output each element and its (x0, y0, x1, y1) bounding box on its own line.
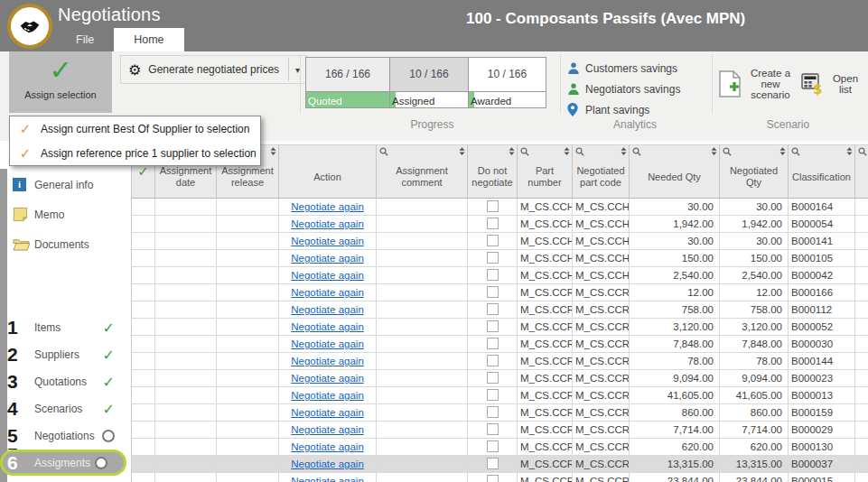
negotiate-again-link[interactable]: Negotiate again (291, 390, 364, 401)
sidebar-step-suppliers[interactable]: 2Suppliers✓ (0, 341, 131, 368)
table-row[interactable]: Negotiate againM_CS.CCH2M_CS.CCH21,942.0… (132, 216, 868, 233)
table-row[interactable]: Negotiate againM_CS.CCR1M_CS.CCR17,714.0… (132, 422, 868, 439)
sort-icon[interactable] (846, 147, 853, 155)
row-select-cell[interactable] (132, 250, 155, 266)
row-select-cell[interactable] (132, 353, 155, 369)
negotiate-again-link[interactable]: Negotiate again (291, 201, 364, 212)
do-not-negotiate-checkbox[interactable] (487, 303, 499, 315)
do-not-negotiate-checkbox[interactable] (487, 320, 499, 332)
row-select-cell[interactable] (132, 319, 155, 335)
do-not-negotiate-checkbox[interactable] (487, 372, 499, 384)
negotiate-again-link[interactable]: Negotiate again (291, 459, 364, 469)
do-not-negotiate-checkbox[interactable] (487, 286, 499, 298)
select-all-check-icon[interactable]: ✓ (137, 166, 149, 178)
negotiate-again-link[interactable]: Negotiate again (291, 253, 364, 264)
column-header-do-not-negotiate[interactable]: Do not negotiate (468, 144, 518, 199)
sort-icon[interactable] (270, 147, 276, 155)
row-select-cell[interactable] (132, 284, 155, 301)
sidebar-step-scenarios[interactable]: 4Scenarios✓ (0, 395, 131, 422)
progress-stat-awarded[interactable]: 10 / 166Awarded (468, 57, 546, 108)
row-select-cell[interactable] (132, 233, 155, 249)
negotiate-again-link[interactable]: Negotiate again (291, 373, 364, 384)
column-header-assignment-comment[interactable]: Assignment comment (377, 144, 468, 199)
negotiate-again-link[interactable]: Negotiate again (291, 424, 364, 435)
column-header-negotiated-qty[interactable]: Negotiated Qty (720, 144, 789, 199)
row-select-cell[interactable] (132, 473, 155, 482)
column-header-extra[interactable] (855, 144, 868, 199)
negotiate-again-link[interactable]: Negotiate again (291, 304, 364, 315)
table-row[interactable]: Negotiate againM_CS.CCR1M_CS.CCR178.0078… (132, 353, 868, 370)
create-new-scenario-button[interactable]: Create a new scenario (718, 54, 794, 114)
analytics-item-customers-savings[interactable]: Customers savings (567, 58, 680, 79)
do-not-negotiate-checkbox[interactable] (487, 423, 499, 435)
sort-icon[interactable] (509, 147, 515, 155)
negotiate-again-link[interactable]: Negotiate again (291, 356, 364, 366)
row-select-cell[interactable] (132, 216, 155, 232)
search-filter-icon[interactable] (791, 147, 800, 156)
search-filter-icon[interactable] (858, 147, 867, 156)
table-row[interactable]: Negotiate againM_CS.CCH4M_CS.CCH4150.001… (132, 250, 868, 267)
sidebar-item-general-info[interactable]: iGeneral info (0, 170, 131, 199)
negotiate-again-link[interactable]: Negotiate again (291, 270, 364, 281)
negotiate-again-link[interactable]: Negotiate again (291, 218, 364, 229)
negotiate-again-link[interactable]: Negotiate again (291, 476, 364, 482)
column-header-part-number[interactable]: Part number (518, 144, 573, 199)
sidebar-step-items[interactable]: 1Items✓ (0, 314, 131, 341)
do-not-negotiate-checkbox[interactable] (487, 440, 499, 452)
row-select-cell[interactable] (132, 370, 155, 386)
column-header-action[interactable]: Action (279, 144, 377, 199)
row-select-cell[interactable] (132, 387, 155, 403)
negotiate-again-link[interactable]: Negotiate again (291, 321, 364, 332)
row-select-cell[interactable] (132, 267, 155, 283)
do-not-negotiate-checkbox[interactable] (487, 338, 499, 349)
negotiate-again-link[interactable]: Negotiate again (291, 338, 364, 349)
open-list-button[interactable]: $ Open list (800, 54, 862, 114)
row-select-cell[interactable] (132, 422, 155, 438)
sort-icon[interactable] (459, 147, 465, 155)
progress-stat-quoted[interactable]: 166 / 166Quoted (305, 57, 390, 108)
search-filter-icon[interactable] (379, 147, 388, 156)
column-header-needed-qty[interactable]: Needed Qty (630, 144, 720, 199)
search-filter-icon[interactable] (520, 147, 529, 156)
table-row[interactable]: Negotiate againM_CS.CCR0M_CS.CCR0758.007… (132, 301, 868, 319)
negotiate-again-link[interactable]: Negotiate again (291, 407, 364, 418)
sidebar-step-quotations[interactable]: 3Quotations✓ (0, 368, 131, 395)
negotiate-again-link[interactable]: Negotiate again (291, 236, 364, 246)
table-row[interactable]: Negotiate againM_CS.CCR1M_CS.CCR13,120.0… (132, 319, 868, 336)
sidebar-item-documents[interactable]: Documents (0, 229, 131, 259)
table-row[interactable]: Negotiate againM_CS.CCR1M_CS.CCR113,315.… (132, 456, 868, 473)
menu-item-assign-reference-price-1-supplier-to-sel[interactable]: ✓Assign reference price 1 supplier to se… (10, 141, 260, 165)
menu-item-assign-current-best-of-supplier-to-selec[interactable]: ✓Assign current Best Of Supplier to sele… (10, 116, 260, 141)
row-select-cell[interactable] (132, 404, 155, 421)
sidebar-step-negotiations[interactable]: 5Negotiations (0, 422, 131, 450)
assign-selection-button[interactable]: ✓ Assign selection (9, 51, 112, 113)
do-not-negotiate-checkbox[interactable] (487, 252, 499, 264)
table-row[interactable]: Negotiate againM_CS.CCH1M_CS.CCH130.0030… (132, 199, 868, 216)
sort-icon[interactable] (711, 147, 717, 155)
sort-icon[interactable] (621, 147, 627, 155)
sidebar-step-assigments[interactable]: 6Assigments (0, 450, 126, 476)
row-select-cell[interactable] (132, 456, 155, 472)
search-filter-icon[interactable] (723, 147, 732, 156)
sort-icon[interactable] (779, 147, 786, 155)
table-row[interactable]: Negotiate againM_CS.CCR1M_CS.CCR141,605.… (132, 387, 868, 404)
tab-file[interactable]: File (56, 28, 114, 51)
column-header-classification[interactable]: Classification (789, 144, 855, 199)
do-not-negotiate-checkbox[interactable] (487, 389, 499, 401)
table-row[interactable]: Negotiate againM_CS.CCR1M_CS.CCR17,848.0… (132, 336, 868, 353)
analytics-item-negotiators-savings[interactable]: Negotiators savings (567, 79, 680, 99)
tab-home[interactable]: Home (114, 28, 183, 51)
do-not-negotiate-checkbox[interactable] (487, 218, 499, 229)
table-row[interactable]: Negotiate againM_CS.CCR1M_CS.CCR19,094.0… (132, 370, 868, 387)
table-row[interactable]: Negotiate againM_CS.CCR1M_CS.CCR1860.008… (132, 404, 868, 422)
do-not-negotiate-checkbox[interactable] (487, 406, 499, 418)
row-select-cell[interactable] (132, 336, 155, 352)
row-select-cell[interactable] (132, 301, 155, 318)
table-row[interactable]: Negotiate againM_CS.CCR1M_CS.CCR1620.006… (132, 439, 868, 456)
do-not-negotiate-checkbox[interactable] (487, 235, 499, 246)
do-not-negotiate-checkbox[interactable] (487, 458, 499, 469)
row-select-cell[interactable] (132, 199, 155, 215)
do-not-negotiate-checkbox[interactable] (487, 269, 499, 281)
table-row[interactable]: Negotiate againM_CS.CCR1M_CS.CCR123,844.… (132, 473, 868, 482)
negotiate-again-link[interactable]: Negotiate again (291, 287, 364, 298)
